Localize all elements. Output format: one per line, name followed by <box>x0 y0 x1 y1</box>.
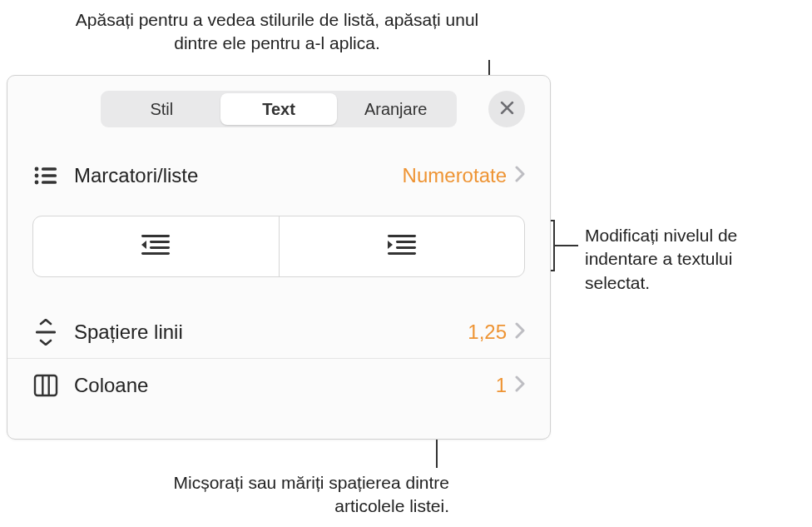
callout-line-spacing: Micșorați sau măriți spațierea dintre ar… <box>100 471 449 519</box>
rows-group: Spațiere linii 1,25 Coloane 1 <box>7 306 550 412</box>
line-spacing-icon <box>32 319 59 346</box>
columns-icon <box>32 372 59 399</box>
leader-line <box>553 245 578 246</box>
panel-header: Stil Text Aranjare <box>7 76 550 137</box>
svg-rect-11 <box>396 241 416 243</box>
tab-aranjare[interactable]: Aranjare <box>337 93 454 125</box>
indent-button[interactable] <box>280 216 525 276</box>
bullets-lists-row[interactable]: Marcatori/liste Numerotate <box>7 149 550 202</box>
line-spacing-label: Spațiere linii <box>74 321 468 344</box>
svg-rect-13 <box>388 252 416 255</box>
svg-rect-9 <box>141 252 170 255</box>
close-icon <box>500 101 514 118</box>
svg-rect-6 <box>141 235 170 237</box>
svg-rect-14 <box>36 331 56 333</box>
svg-rect-12 <box>396 246 416 249</box>
callout-indent: Modificați nivelul de indentare a textul… <box>585 224 801 295</box>
tab-stil[interactable]: Stil <box>103 93 220 125</box>
indent-icon <box>384 231 419 261</box>
svg-rect-5 <box>42 181 57 183</box>
chevron-right-icon <box>515 375 525 395</box>
svg-rect-1 <box>42 167 57 170</box>
line-spacing-value: 1,25 <box>468 321 507 344</box>
outdent-button[interactable] <box>33 216 280 276</box>
svg-point-2 <box>35 174 39 178</box>
svg-rect-8 <box>150 246 170 249</box>
indent-buttons-row <box>7 202 550 289</box>
list-bullets-icon <box>32 162 59 189</box>
segmented-control: Stil Text Aranjare <box>101 91 457 127</box>
columns-label: Coloane <box>74 374 496 397</box>
svg-rect-10 <box>388 235 416 237</box>
svg-rect-15 <box>35 375 57 395</box>
columns-value: 1 <box>496 374 507 397</box>
svg-rect-3 <box>42 174 57 176</box>
format-panel: Stil Text Aranjare Marcatori/liste Numer… <box>7 75 551 440</box>
bullets-lists-value: Numerotate <box>403 164 507 187</box>
close-button[interactable] <box>488 91 525 127</box>
svg-point-0 <box>35 167 39 172</box>
columns-row[interactable]: Coloane 1 <box>7 359 550 412</box>
svg-point-4 <box>35 181 39 185</box>
outdent-icon <box>138 231 173 261</box>
bullets-lists-label: Marcatori/liste <box>74 164 403 187</box>
svg-rect-7 <box>150 241 170 243</box>
chevron-right-icon <box>515 166 525 186</box>
chevron-right-icon <box>515 322 525 342</box>
indent-button-group <box>32 216 525 277</box>
tab-text[interactable]: Text <box>220 93 338 125</box>
line-spacing-row[interactable]: Spațiere linii 1,25 <box>7 306 550 359</box>
callout-list-styles: Apăsați pentru a vedea stilurile de list… <box>57 8 498 56</box>
